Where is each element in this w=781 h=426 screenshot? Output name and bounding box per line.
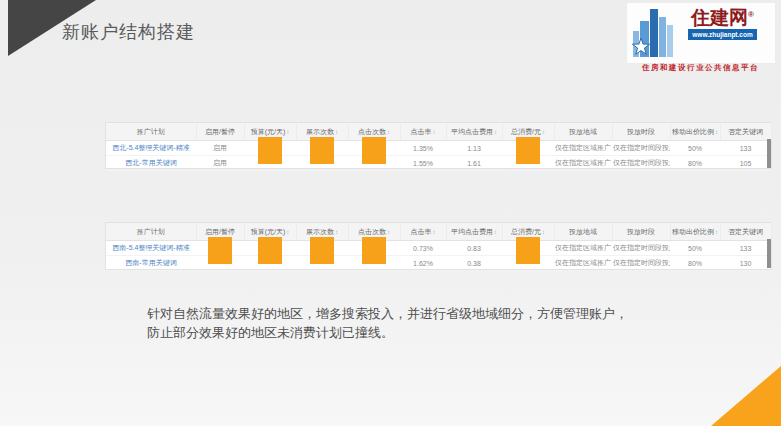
sort-icon[interactable]: ↕	[494, 129, 497, 135]
cell-ctr: 1.35%	[400, 141, 446, 156]
column-header: 推广计划	[106, 223, 196, 241]
cell-mobile-ratio: 50%	[670, 141, 720, 156]
sort-icon[interactable]: ↕	[715, 229, 718, 235]
column-header: 投放时段	[612, 123, 670, 141]
column-header: 推广计划	[106, 123, 196, 141]
cell-mobile-ratio: 50%	[670, 241, 720, 256]
sort-icon[interactable]: ↕	[387, 129, 390, 135]
cell-neg-keywords: 105	[720, 156, 771, 171]
cell-ctr: 0.73%	[400, 241, 446, 256]
plan-link[interactable]: 西北-常用关键词	[106, 156, 196, 171]
redaction-block	[310, 237, 334, 264]
column-header[interactable]: 平均点击费用↕	[446, 223, 502, 241]
cell-ctr: 1.55%	[400, 156, 446, 171]
vertical-scrollbar[interactable]	[767, 239, 771, 268]
redaction-block	[208, 237, 232, 264]
logo-name: 住建网®	[691, 5, 754, 28]
cell-schedule: 仅在指定时间段投放	[612, 156, 670, 171]
cell-avg-cpc: 0.83	[446, 241, 502, 256]
sort-icon[interactable]: ↕	[433, 229, 436, 235]
logo-url: www.zhujianpt.com	[688, 29, 756, 40]
slide-body-text: 针对自然流量效果好的地区，增多搜索投入，并进行省级地域细分，方便管理账户， 防止…	[147, 304, 687, 342]
logo-tagline: 住房和建设行业公共信息平台	[630, 63, 771, 73]
body-text-line: 防止部分效果好的地区未消费计划已撞线。	[147, 323, 687, 342]
sort-icon[interactable]: ↕	[335, 129, 338, 135]
cell-status: 启用	[196, 156, 244, 171]
sort-icon[interactable]: ↕	[542, 129, 545, 135]
zhujianwang-logo: 住建网® www.zhujianpt.com 住房和建设行业公共信息平台	[626, 2, 776, 64]
column-header[interactable]: 点击率↕	[400, 223, 446, 241]
cell-schedule: 仅在指定时间段投放	[612, 241, 670, 256]
cell-neg-keywords: 133	[720, 241, 771, 256]
registered-mark: ®	[748, 10, 754, 19]
cell-avg-cpc: 1.13	[446, 141, 502, 156]
slide: 新账户结构搭建 住建网® www.zhujianpt.com 住房和建设行业公共…	[0, 0, 781, 426]
plan-link[interactable]: 西北-5.4整理关键词-精准	[106, 141, 196, 156]
campaign-table-northwest: 推广计划启用/暂停预算(元/天)↕展示次数↕点击次数↕点击率↕平均点击费用↕总消…	[105, 122, 772, 169]
table-row: 西北-常用关键词启用1.55%1.61仅在指定区域推广仅在指定时间段投放80%1…	[106, 156, 771, 171]
cell-neg-keywords: 130	[720, 256, 771, 271]
cell-schedule: 仅在指定时间段投放	[612, 256, 670, 271]
table-row: 西南-常用关键词1.62%0.38仅在指定区域推广仅在指定时间段投放80%130	[106, 256, 771, 271]
redaction-block	[362, 137, 386, 164]
column-header: 启用/暂停	[196, 123, 244, 141]
cell-ctr: 1.62%	[400, 256, 446, 271]
cell-status: 启用	[196, 141, 244, 156]
redaction-block	[516, 237, 540, 264]
cell-schedule: 仅在指定时间段投放	[612, 141, 670, 156]
plan-link[interactable]: 西南-5.4整理关键词-精准	[106, 241, 196, 256]
column-header[interactable]: 移动出价比例↕	[670, 223, 720, 241]
sort-icon[interactable]: ↕	[387, 229, 390, 235]
sort-icon[interactable]: ↕	[433, 129, 436, 135]
building-star-icon	[630, 7, 674, 61]
cell-mobile-ratio: 80%	[670, 256, 720, 271]
redaction-block	[258, 137, 282, 164]
cell-avg-cpc: 0.38	[446, 256, 502, 271]
cell-region: 仅在指定区域推广	[554, 156, 612, 171]
sort-icon[interactable]: ↕	[542, 229, 545, 235]
sort-icon[interactable]: ↕	[715, 129, 718, 135]
sort-icon[interactable]: ↕	[494, 229, 497, 235]
sort-icon[interactable]: ↕	[335, 229, 338, 235]
column-header: 投放时段	[612, 223, 670, 241]
table-row: 西南-5.4整理关键词-精准0.73%0.83仅在指定区域推广仅在指定时间段投放…	[106, 241, 771, 256]
vertical-scrollbar[interactable]	[767, 139, 771, 168]
redaction-block	[310, 137, 334, 164]
column-header: 投放地域	[554, 123, 612, 141]
plan-link[interactable]: 西南-常用关键词	[106, 256, 196, 271]
redaction-block	[362, 237, 386, 264]
redaction-block	[516, 137, 540, 164]
accent-triangle-decoration	[711, 366, 781, 426]
cell-region: 仅在指定区域推广	[554, 141, 612, 156]
sort-icon[interactable]: ↕	[286, 129, 289, 135]
column-header[interactable]: 移动出价比例↕	[670, 123, 720, 141]
cell-region: 仅在指定区域推广	[554, 241, 612, 256]
campaign-table-southwest: 推广计划启用/暂停预算(元/天)↕展示次数↕点击次数↕点击率↕平均点击费用↕总消…	[105, 222, 772, 270]
column-header: 否定关键词	[720, 223, 771, 241]
redaction-block	[258, 237, 282, 264]
column-header[interactable]: 点击率↕	[400, 123, 446, 141]
table-row: 西北-5.4整理关键词-精准启用1.35%1.13仅在指定区域推广仅在指定时间段…	[106, 141, 771, 156]
column-header: 投放地域	[554, 223, 612, 241]
cell-region: 仅在指定区域推广	[554, 256, 612, 271]
cell-neg-keywords: 133	[720, 141, 771, 156]
body-text-line: 针对自然流量效果好的地区，增多搜索投入，并进行省级地域细分，方便管理账户，	[147, 304, 687, 323]
page-title: 新账户结构搭建	[62, 20, 195, 44]
sort-icon[interactable]: ↕	[286, 229, 289, 235]
column-header[interactable]: 平均点击费用↕	[446, 123, 502, 141]
column-header: 否定关键词	[720, 123, 771, 141]
cell-avg-cpc: 1.61	[446, 156, 502, 171]
cell-mobile-ratio: 80%	[670, 156, 720, 171]
